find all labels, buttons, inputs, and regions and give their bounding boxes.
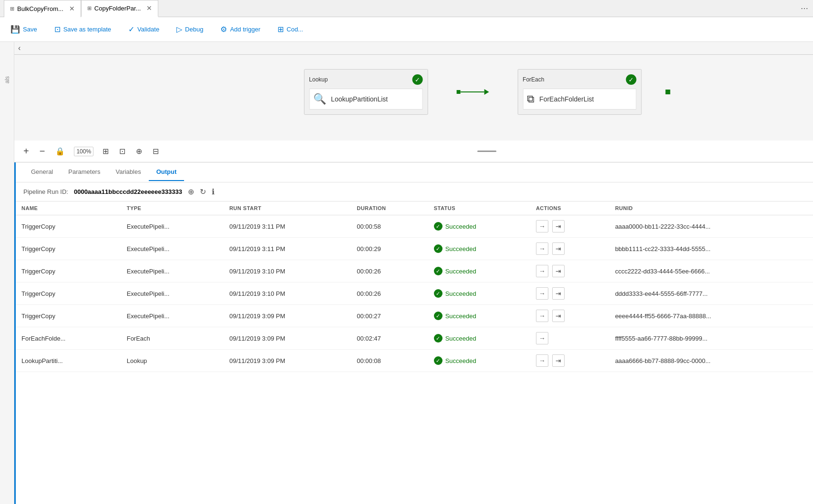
add-trigger-label: Add trigger: [230, 26, 260, 33]
tab-copyfolder[interactable]: ⊞ CopyFolderPar... ✕: [81, 0, 159, 17]
foreach-node[interactable]: ForEach ✓ ⧉ ForEachFolderList: [517, 69, 641, 115]
cell-duration: 00:02:47: [351, 327, 428, 350]
action-open-button[interactable]: ⇥: [552, 310, 565, 322]
col-name: NAME: [16, 202, 121, 215]
code-button[interactable]: ⊞ Cod...: [275, 23, 306, 36]
cell-status: ✓ Succeeded: [428, 215, 530, 238]
action-navigate-button[interactable]: →: [536, 310, 548, 322]
cell-run-start: 09/11/2019 3:09 PM: [224, 350, 351, 372]
save-label: Save: [23, 26, 37, 33]
arrow-head: [484, 89, 489, 95]
content-area: als ‹ Lookup ✓: [0, 42, 813, 504]
cell-run-start: 09/11/2019 3:10 PM: [224, 282, 351, 305]
table-row: TriggerCopy ExecutePipeli... 09/11/2019 …: [16, 215, 813, 238]
info-button[interactable]: ℹ: [212, 187, 215, 196]
add-trigger-button[interactable]: ⚙ Add trigger: [217, 23, 263, 36]
status-text: Succeeded: [445, 290, 476, 297]
col-actions: ACTIONS: [530, 202, 609, 215]
action-open-button[interactable]: ⇥: [552, 242, 565, 255]
cell-run-start: 09/11/2019 3:09 PM: [224, 305, 351, 327]
tab-close-bulkcopy[interactable]: ✕: [69, 5, 75, 12]
main-content: ‹ Lookup ✓ 🔍 LookupPartit: [14, 42, 813, 504]
debug-button[interactable]: ▷ Debug: [174, 23, 206, 36]
more-tabs-button[interactable]: ⋯: [796, 4, 813, 13]
cell-type: ExecutePipeli...: [121, 215, 224, 238]
col-duration: DURATION: [351, 202, 428, 215]
action-navigate-button[interactable]: →: [536, 242, 548, 255]
collapse-panel-button[interactable]: ‹: [18, 44, 21, 52]
runs-table: NAME TYPE RUN START DURATION STATUS ACTI…: [16, 202, 813, 372]
toolbar: 💾 Save ⊡ Save as template ✓ Validate ▷ D…: [0, 17, 813, 42]
left-sidebar: als: [0, 42, 14, 504]
tab-bulkcopy[interactable]: ⊞ BulkCopyFrom... ✕: [4, 0, 81, 17]
save-button[interactable]: 💾 Save: [8, 23, 40, 36]
drag-handle[interactable]: [477, 151, 496, 152]
canvas-lock-button[interactable]: 🔒: [54, 145, 66, 157]
status-text: Succeeded: [445, 268, 476, 275]
validate-button[interactable]: ✓ Validate: [125, 23, 162, 36]
action-navigate-button[interactable]: →: [536, 332, 548, 344]
tab-general[interactable]: General: [23, 163, 61, 181]
table-row: TriggerCopy ExecutePipeli... 09/11/2019 …: [16, 282, 813, 305]
table-row: ForEachFolde... ForEach 09/11/2019 3:09 …: [16, 327, 813, 350]
status-success-icon: ✓: [434, 334, 443, 343]
sidebar-label: als: [4, 76, 10, 83]
code-icon: ⊞: [278, 25, 284, 34]
canvas-resize-button[interactable]: ⊕: [134, 145, 144, 157]
action-open-button[interactable]: ⇥: [552, 354, 565, 367]
tab-variables[interactable]: Variables: [108, 163, 148, 181]
tab-output[interactable]: Output: [149, 163, 185, 181]
canvas-remove-button[interactable]: −: [38, 144, 47, 158]
cell-status: ✓ Succeeded: [428, 327, 530, 350]
cell-actions: → ⇥: [530, 215, 609, 238]
canvas-layout-button[interactable]: ⊟: [151, 145, 160, 157]
table-scroll[interactable]: NAME TYPE RUN START DURATION STATUS ACTI…: [16, 202, 813, 504]
tab-icon-bulkcopy: ⊞: [10, 6, 14, 12]
col-status: STATUS: [428, 202, 530, 215]
action-navigate-button[interactable]: →: [536, 265, 548, 277]
table-row: TriggerCopy ExecutePipeli... 09/11/2019 …: [16, 305, 813, 327]
run-id-label: Pipeline Run ID:: [23, 188, 68, 195]
cell-actions: → ⇥: [530, 282, 609, 305]
action-open-button[interactable]: ⇥: [552, 265, 565, 277]
cell-type: ForEach: [121, 327, 224, 350]
copy-run-id-button[interactable]: ⊕: [188, 187, 194, 196]
lookup-success-icon: ✓: [412, 74, 422, 85]
action-navigate-button[interactable]: →: [536, 220, 548, 232]
lookup-icon: 🔍: [313, 93, 326, 105]
lookup-node[interactable]: Lookup ✓ 🔍 LookupPartitionList: [304, 69, 428, 115]
lookup-node-body: 🔍 LookupPartitionList: [309, 89, 422, 110]
tab-close-copyfolder[interactable]: ✕: [146, 4, 152, 12]
debug-icon: ▷: [176, 25, 182, 34]
arrow-line: [460, 91, 484, 92]
pipeline-canvas[interactable]: Lookup ✓ 🔍 LookupPartitionList: [14, 55, 813, 141]
canvas-select-button[interactable]: ⊡: [118, 145, 127, 157]
cell-name: TriggerCopy: [16, 238, 121, 260]
canvas-fit-button[interactable]: ⊞: [101, 145, 110, 157]
tab-parameters[interactable]: Parameters: [61, 163, 108, 181]
lookup-node-label: LookupPartitionList: [331, 95, 388, 103]
status-text: Succeeded: [445, 223, 476, 230]
action-navigate-button[interactable]: →: [536, 287, 548, 300]
cell-type: ExecutePipeli...: [121, 260, 224, 282]
debug-label: Debug: [185, 26, 203, 33]
cell-type: ExecutePipeli...: [121, 282, 224, 305]
save-template-button[interactable]: ⊡ Save as template: [51, 23, 114, 36]
canvas-toolbar: + − 🔒 100% ⊞ ⊡ ⊕ ⊟: [14, 141, 813, 162]
lookup-node-header: Lookup ✓: [309, 74, 422, 85]
canvas-add-button[interactable]: +: [22, 144, 31, 158]
refresh-button[interactable]: ↻: [200, 187, 206, 196]
cell-duration: 00:00:58: [351, 215, 428, 238]
validate-label: Validate: [137, 26, 159, 33]
action-navigate-button[interactable]: →: [536, 354, 548, 367]
action-open-button[interactable]: ⇥: [552, 287, 565, 300]
cell-duration: 00:00:26: [351, 282, 428, 305]
canvas-zoom100-button[interactable]: 100%: [74, 147, 93, 156]
action-open-button[interactable]: ⇥: [552, 220, 565, 232]
tab-icon-copyfolder: ⊞: [87, 5, 92, 11]
save-icon: 💾: [10, 25, 20, 34]
foreach-node-label: ForEachFolderList: [539, 95, 594, 103]
connector-start: [456, 90, 460, 94]
tab-label-bulkcopy: BulkCopyFrom...: [17, 5, 63, 12]
cell-status: ✓ Succeeded: [428, 238, 530, 260]
